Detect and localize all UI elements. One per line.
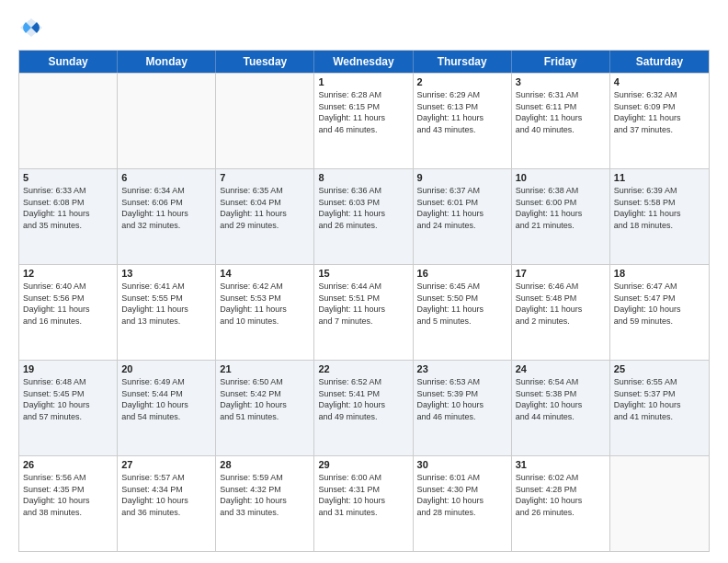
calendar-cell-22: 22Sunrise: 6:52 AM Sunset: 5:41 PM Dayli… bbox=[314, 361, 413, 455]
cell-text: Sunrise: 6:44 AM Sunset: 5:51 PM Dayligh… bbox=[318, 281, 408, 327]
day-number: 30 bbox=[417, 459, 507, 470]
day-number: 13 bbox=[121, 268, 211, 279]
calendar-cell-28: 28Sunrise: 5:59 AM Sunset: 4:32 PM Dayli… bbox=[216, 456, 314, 551]
day-number: 2 bbox=[417, 76, 507, 87]
calendar-cell-24: 24Sunrise: 6:54 AM Sunset: 5:38 PM Dayli… bbox=[512, 361, 610, 455]
calendar-cell-12: 12Sunrise: 6:40 AM Sunset: 5:56 PM Dayli… bbox=[19, 265, 118, 360]
calendar: SundayMondayTuesdayWednesdayThursdayFrid… bbox=[18, 50, 710, 552]
calendar-header: SundayMondayTuesdayWednesdayThursdayFrid… bbox=[19, 51, 709, 73]
cell-text: Sunrise: 6:00 AM Sunset: 4:31 PM Dayligh… bbox=[318, 472, 408, 518]
day-number: 21 bbox=[220, 363, 310, 374]
logo bbox=[18, 15, 48, 40]
day-number: 23 bbox=[417, 363, 507, 374]
cell-text: Sunrise: 5:57 AM Sunset: 4:34 PM Dayligh… bbox=[121, 472, 211, 518]
header bbox=[18, 15, 710, 40]
header-day-sunday: Sunday bbox=[19, 51, 118, 73]
calendar-row-3: 19Sunrise: 6:48 AM Sunset: 5:45 PM Dayli… bbox=[19, 360, 709, 455]
cell-text: Sunrise: 6:50 AM Sunset: 5:42 PM Dayligh… bbox=[220, 376, 310, 422]
calendar-cell-8: 8Sunrise: 6:36 AM Sunset: 6:03 PM Daylig… bbox=[314, 169, 413, 264]
cell-text: Sunrise: 6:46 AM Sunset: 5:48 PM Dayligh… bbox=[516, 281, 606, 327]
day-number: 24 bbox=[516, 363, 606, 374]
header-day-friday: Friday bbox=[512, 51, 610, 73]
day-number: 20 bbox=[121, 363, 211, 374]
day-number: 25 bbox=[614, 363, 705, 374]
calendar-cell-31: 31Sunrise: 6:02 AM Sunset: 4:28 PM Dayli… bbox=[512, 456, 610, 551]
header-day-thursday: Thursday bbox=[414, 51, 512, 73]
cell-text: Sunrise: 6:40 AM Sunset: 5:56 PM Dayligh… bbox=[23, 281, 113, 327]
day-number: 17 bbox=[516, 268, 606, 279]
calendar-cell-empty-0-2 bbox=[216, 74, 314, 168]
cell-text: Sunrise: 5:59 AM Sunset: 4:32 PM Dayligh… bbox=[220, 472, 310, 518]
calendar-cell-4: 4Sunrise: 6:32 AM Sunset: 6:09 PM Daylig… bbox=[610, 74, 709, 168]
calendar-cell-26: 26Sunrise: 5:56 AM Sunset: 4:35 PM Dayli… bbox=[19, 456, 118, 551]
calendar-cell-15: 15Sunrise: 6:44 AM Sunset: 5:51 PM Dayli… bbox=[314, 265, 413, 360]
cell-text: Sunrise: 6:41 AM Sunset: 5:55 PM Dayligh… bbox=[121, 281, 211, 327]
cell-text: Sunrise: 6:39 AM Sunset: 5:58 PM Dayligh… bbox=[614, 185, 705, 231]
day-number: 9 bbox=[417, 172, 507, 183]
calendar-row-4: 26Sunrise: 5:56 AM Sunset: 4:35 PM Dayli… bbox=[19, 455, 709, 551]
day-number: 31 bbox=[516, 459, 606, 470]
cell-text: Sunrise: 6:49 AM Sunset: 5:44 PM Dayligh… bbox=[121, 376, 211, 422]
day-number: 8 bbox=[318, 172, 408, 183]
day-number: 19 bbox=[23, 363, 113, 374]
calendar-cell-11: 11Sunrise: 6:39 AM Sunset: 5:58 PM Dayli… bbox=[610, 169, 709, 264]
calendar-cell-2: 2Sunrise: 6:29 AM Sunset: 6:13 PM Daylig… bbox=[414, 74, 512, 168]
page: SundayMondayTuesdayWednesdayThursdayFrid… bbox=[0, 0, 728, 563]
calendar-cell-7: 7Sunrise: 6:35 AM Sunset: 6:04 PM Daylig… bbox=[216, 169, 314, 264]
calendar-cell-empty-0-0 bbox=[19, 74, 118, 168]
cell-text: Sunrise: 6:36 AM Sunset: 6:03 PM Dayligh… bbox=[318, 185, 408, 231]
day-number: 28 bbox=[220, 459, 310, 470]
calendar-cell-27: 27Sunrise: 5:57 AM Sunset: 4:34 PM Dayli… bbox=[118, 456, 216, 551]
logo-icon bbox=[18, 15, 44, 40]
cell-text: Sunrise: 6:54 AM Sunset: 5:38 PM Dayligh… bbox=[516, 376, 606, 422]
day-number: 26 bbox=[23, 459, 113, 470]
cell-text: Sunrise: 6:34 AM Sunset: 6:06 PM Dayligh… bbox=[121, 185, 211, 231]
day-number: 15 bbox=[318, 268, 408, 279]
calendar-cell-13: 13Sunrise: 6:41 AM Sunset: 5:55 PM Dayli… bbox=[118, 265, 216, 360]
calendar-body: 1Sunrise: 6:28 AM Sunset: 6:15 PM Daylig… bbox=[19, 73, 709, 551]
cell-text: Sunrise: 6:02 AM Sunset: 4:28 PM Dayligh… bbox=[516, 472, 606, 518]
calendar-cell-5: 5Sunrise: 6:33 AM Sunset: 6:08 PM Daylig… bbox=[19, 169, 118, 264]
cell-text: Sunrise: 6:37 AM Sunset: 6:01 PM Dayligh… bbox=[417, 185, 507, 231]
cell-text: Sunrise: 6:47 AM Sunset: 5:47 PM Dayligh… bbox=[614, 281, 705, 327]
cell-text: Sunrise: 6:29 AM Sunset: 6:13 PM Dayligh… bbox=[417, 89, 507, 135]
calendar-cell-10: 10Sunrise: 6:38 AM Sunset: 6:00 PM Dayli… bbox=[512, 169, 610, 264]
calendar-row-2: 12Sunrise: 6:40 AM Sunset: 5:56 PM Dayli… bbox=[19, 264, 709, 360]
cell-text: Sunrise: 6:42 AM Sunset: 5:53 PM Dayligh… bbox=[220, 281, 310, 327]
calendar-cell-17: 17Sunrise: 6:46 AM Sunset: 5:48 PM Dayli… bbox=[512, 265, 610, 360]
header-day-saturday: Saturday bbox=[610, 51, 709, 73]
day-number: 18 bbox=[614, 268, 705, 279]
cell-text: Sunrise: 6:01 AM Sunset: 4:30 PM Dayligh… bbox=[417, 472, 507, 518]
day-number: 3 bbox=[516, 76, 606, 87]
calendar-cell-25: 25Sunrise: 6:55 AM Sunset: 5:37 PM Dayli… bbox=[610, 361, 709, 455]
calendar-cell-9: 9Sunrise: 6:37 AM Sunset: 6:01 PM Daylig… bbox=[414, 169, 512, 264]
cell-text: Sunrise: 6:38 AM Sunset: 6:00 PM Dayligh… bbox=[516, 185, 606, 231]
calendar-cell-empty-0-1 bbox=[118, 74, 216, 168]
day-number: 29 bbox=[318, 459, 408, 470]
calendar-cell-14: 14Sunrise: 6:42 AM Sunset: 5:53 PM Dayli… bbox=[216, 265, 314, 360]
calendar-cell-20: 20Sunrise: 6:49 AM Sunset: 5:44 PM Dayli… bbox=[118, 361, 216, 455]
calendar-cell-29: 29Sunrise: 6:00 AM Sunset: 4:31 PM Dayli… bbox=[314, 456, 413, 551]
calendar-cell-19: 19Sunrise: 6:48 AM Sunset: 5:45 PM Dayli… bbox=[19, 361, 118, 455]
cell-text: Sunrise: 6:31 AM Sunset: 6:11 PM Dayligh… bbox=[516, 89, 606, 135]
cell-text: Sunrise: 6:32 AM Sunset: 6:09 PM Dayligh… bbox=[614, 89, 705, 135]
calendar-cell-3: 3Sunrise: 6:31 AM Sunset: 6:11 PM Daylig… bbox=[512, 74, 610, 168]
day-number: 16 bbox=[417, 268, 507, 279]
day-number: 6 bbox=[121, 172, 211, 183]
cell-text: Sunrise: 5:56 AM Sunset: 4:35 PM Dayligh… bbox=[23, 472, 113, 518]
header-day-wednesday: Wednesday bbox=[314, 51, 413, 73]
calendar-cell-6: 6Sunrise: 6:34 AM Sunset: 6:06 PM Daylig… bbox=[118, 169, 216, 264]
calendar-cell-1: 1Sunrise: 6:28 AM Sunset: 6:15 PM Daylig… bbox=[314, 74, 413, 168]
day-number: 27 bbox=[121, 459, 211, 470]
cell-text: Sunrise: 6:33 AM Sunset: 6:08 PM Dayligh… bbox=[23, 185, 113, 231]
calendar-cell-21: 21Sunrise: 6:50 AM Sunset: 5:42 PM Dayli… bbox=[216, 361, 314, 455]
cell-text: Sunrise: 6:45 AM Sunset: 5:50 PM Dayligh… bbox=[417, 281, 507, 327]
day-number: 4 bbox=[614, 76, 705, 87]
header-day-tuesday: Tuesday bbox=[216, 51, 314, 73]
day-number: 12 bbox=[23, 268, 113, 279]
day-number: 22 bbox=[318, 363, 408, 374]
cell-text: Sunrise: 6:35 AM Sunset: 6:04 PM Dayligh… bbox=[220, 185, 310, 231]
calendar-cell-16: 16Sunrise: 6:45 AM Sunset: 5:50 PM Dayli… bbox=[414, 265, 512, 360]
cell-text: Sunrise: 6:55 AM Sunset: 5:37 PM Dayligh… bbox=[614, 376, 705, 422]
calendar-row-0: 1Sunrise: 6:28 AM Sunset: 6:15 PM Daylig… bbox=[19, 73, 709, 168]
